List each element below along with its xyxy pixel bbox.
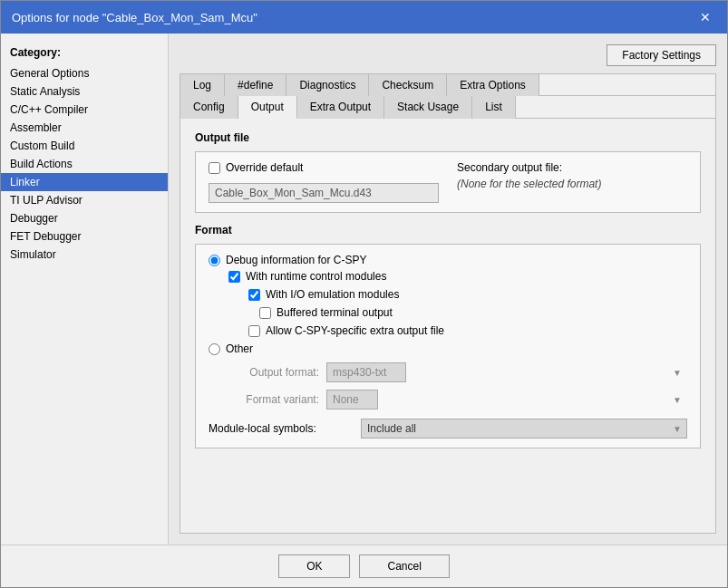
format-variant-arrow-icon: ▼	[673, 395, 682, 405]
cancel-button[interactable]: Cancel	[359, 554, 449, 578]
output-file-right: Secondary output file: (None for the sel…	[457, 161, 687, 190]
output-format-wrapper: msp430-txt ▼	[326, 362, 687, 382]
dialog-window: Options for node "Cable_Box_Mon_Sam_Mcu"…	[0, 0, 728, 588]
dialog-footer: OK Cancel	[1, 545, 727, 587]
tab-list[interactable]: List	[472, 96, 516, 119]
secondary-output-value: (None for the selected format)	[457, 178, 687, 190]
title-bar: Options for node "Cable_Box_Mon_Sam_Mcu"…	[1, 1, 727, 34]
tab-log[interactable]: Log	[180, 74, 225, 96]
output-format-arrow-icon: ▼	[673, 368, 682, 378]
override-default-checkbox[interactable]	[209, 162, 220, 174]
debug-info-row: Debug information for C-SPY	[209, 254, 687, 266]
override-default-row: Override default	[209, 161, 439, 174]
tab-config[interactable]: Config	[180, 96, 238, 119]
other-format-row: Other	[209, 342, 687, 355]
output-file-left: Override default	[209, 161, 439, 203]
format-section-title: Format	[195, 224, 701, 236]
format-variant-select[interactable]: None	[326, 390, 378, 410]
io-emulation-checkbox[interactable]	[248, 289, 260, 301]
tab-diagnostics[interactable]: Diagnostics	[286, 74, 369, 96]
sidebar-item-assembler[interactable]: Assembler	[1, 119, 168, 137]
allow-cspy-label: Allow C-SPY-specific extra output file	[266, 324, 444, 337]
tab-extra-options[interactable]: Extra Options	[447, 74, 539, 96]
allow-cspy-checkbox[interactable]	[248, 325, 260, 337]
tab-content: Output file Override default	[180, 119, 715, 533]
sidebar-item-c-cpp-compiler[interactable]: C/C++ Compiler	[1, 101, 168, 119]
output-file-row: Override default Secondary output file: …	[209, 161, 687, 203]
tab-output[interactable]: Output	[238, 96, 297, 119]
override-default-label: Override default	[226, 161, 303, 174]
buffered-terminal-label: Buffered terminal output	[277, 306, 393, 319]
dialog-title: Options for node "Cable_Box_Mon_Sam_Mcu"	[12, 11, 257, 24]
module-local-wrapper: Include all ▼	[361, 419, 687, 439]
sidebar-item-static-analysis[interactable]: Static Analysis	[1, 82, 168, 101]
runtime-control-checkbox[interactable]	[228, 271, 240, 283]
sidebar-item-simulator[interactable]: Simulator	[1, 246, 168, 264]
output-format-select[interactable]: msp430-txt	[326, 362, 406, 382]
sidebar-item-general-options[interactable]: General Options	[1, 64, 168, 82]
output-format-row: Output format: msp430-txt ▼	[209, 362, 687, 382]
main-panel: Factory Settings Log #define Diagnostics…	[169, 34, 727, 545]
sidebar-item-custom-build[interactable]: Custom Build	[1, 137, 168, 155]
tab-stack-usage[interactable]: Stack Usage	[384, 96, 472, 119]
module-local-select[interactable]: Include all	[361, 419, 687, 439]
close-button[interactable]: ✕	[694, 8, 716, 26]
runtime-control-row: With runtime control modules	[209, 270, 687, 283]
tab-extra-output[interactable]: Extra Output	[297, 96, 384, 119]
other-format-radio[interactable]	[209, 343, 220, 355]
sidebar: Category: General Options Static Analysi…	[1, 34, 169, 545]
tab-container: Log #define Diagnostics Checksum Extra O…	[180, 73, 716, 534]
buffered-terminal-checkbox[interactable]	[259, 307, 271, 319]
io-emulation-label: With I/O emulation modules	[266, 288, 399, 301]
sidebar-item-debugger[interactable]: Debugger	[1, 209, 168, 227]
dialog-body: Category: General Options Static Analysi…	[1, 34, 727, 545]
sidebar-item-fet-debugger[interactable]: FET Debugger	[1, 227, 168, 246]
output-format-label: Output format:	[228, 366, 319, 379]
sidebar-item-build-actions[interactable]: Build Actions	[1, 155, 168, 173]
module-local-row: Module-local symbols: Include all ▼	[209, 419, 687, 439]
tab-checksum[interactable]: Checksum	[369, 74, 447, 96]
tab-row-2: Config Output Extra Output Stack Usage L…	[180, 96, 715, 119]
ok-button[interactable]: OK	[278, 554, 350, 578]
allow-cspy-row: Allow C-SPY-specific extra output file	[209, 324, 687, 337]
output-file-section-title: Output file	[195, 131, 701, 144]
other-format-label: Other	[226, 342, 253, 355]
tab-row-1: Log #define Diagnostics Checksum Extra O…	[180, 74, 715, 96]
sidebar-item-ti-ulp-advisor[interactable]: TI ULP Advisor	[1, 191, 168, 209]
output-file-section: Override default Secondary output file: …	[195, 151, 701, 213]
debug-info-radio[interactable]	[209, 255, 220, 266]
sidebar-item-linker[interactable]: Linker	[1, 173, 168, 191]
debug-info-label: Debug information for C-SPY	[226, 254, 366, 266]
format-variant-label: Format variant:	[228, 393, 319, 406]
format-variant-wrapper: None ▼	[326, 390, 687, 410]
io-emulation-row: With I/O emulation modules	[209, 288, 687, 301]
format-variant-row: Format variant: None ▼	[209, 390, 687, 410]
buffered-terminal-row: Buffered terminal output	[209, 306, 687, 319]
secondary-output-label: Secondary output file:	[457, 161, 687, 174]
factory-btn-row: Factory Settings	[180, 44, 716, 66]
format-section: Debug information for C-SPY With runtime…	[195, 244, 701, 448]
tab-define[interactable]: #define	[225, 74, 286, 96]
factory-settings-button[interactable]: Factory Settings	[607, 44, 716, 66]
output-file-input[interactable]	[209, 183, 439, 203]
module-local-label: Module-local symbols:	[209, 422, 354, 435]
runtime-control-label: With runtime control modules	[246, 270, 386, 283]
category-label: Category:	[1, 43, 168, 64]
